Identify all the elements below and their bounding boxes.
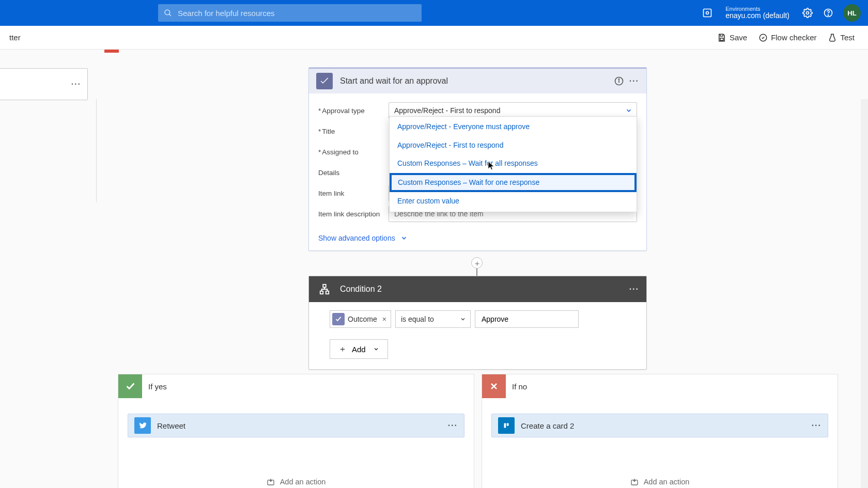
more-icon[interactable]: ···	[448, 421, 458, 430]
add-step-icon	[267, 478, 275, 486]
approval-type-label: *Approval type	[318, 107, 389, 115]
search-icon	[163, 8, 173, 18]
svg-point-0	[165, 10, 170, 15]
details-label: Details	[318, 169, 389, 177]
flow-canvas[interactable]: ··· Start and wait for an approval ··· *…	[0, 50, 868, 488]
condition-operator-value: is equal to	[401, 315, 434, 323]
retweet-action-card[interactable]: Retweet ···	[128, 414, 464, 437]
condition-value-input[interactable]	[475, 310, 579, 328]
item-link-desc-label: Item link description	[318, 210, 389, 218]
add-action-yes[interactable]: Add an action	[118, 478, 474, 486]
chevron-down-icon	[460, 316, 466, 322]
add-step-icon	[630, 478, 639, 486]
approval-action-card[interactable]: Start and wait for an approval ··· *Appr…	[308, 67, 647, 251]
condition-add-label: Add	[352, 345, 366, 354]
if-no-label: If no	[512, 382, 527, 391]
if-no-header: If no	[482, 374, 838, 398]
condition-header[interactable]: Condition 2 ···	[309, 276, 646, 302]
show-advanced-label: Show advanced options	[318, 234, 395, 242]
approval-form: *Approval type Approve/Reject - First to…	[309, 93, 646, 229]
approval-type-dropdown[interactable]: Approve/Reject - Everyone must approve A…	[389, 116, 637, 212]
environment-name: enayu.com (default)	[725, 11, 789, 20]
add-action-no[interactable]: Add an action	[482, 478, 838, 486]
svg-rect-2	[704, 9, 711, 17]
add-action-label: Add an action	[644, 478, 690, 486]
command-bar-actions: Save Flow checker Test	[717, 33, 855, 42]
trello-icon	[498, 417, 515, 434]
approval-icon	[316, 73, 333, 89]
dropdown-option-first[interactable]: Approve/Reject - First to respond	[390, 136, 637, 155]
save-button[interactable]: Save	[717, 33, 747, 42]
condition-operator-select[interactable]: is equal to	[395, 310, 471, 328]
search-input[interactable]	[177, 8, 416, 18]
add-action-label: Add an action	[280, 478, 326, 486]
check-icon	[118, 374, 142, 398]
test-label: Test	[840, 33, 855, 42]
remove-token-icon[interactable]: ×	[380, 315, 389, 323]
chevron-down-icon	[373, 346, 379, 352]
condition-card[interactable]: Condition 2 ··· Outcome × is equal to	[308, 276, 647, 370]
svg-rect-21	[507, 423, 509, 426]
more-icon[interactable]: ···	[629, 285, 639, 294]
dropdown-option-custom-all[interactable]: Custom Responses – Wait for all response…	[390, 154, 637, 173]
svg-point-3	[706, 12, 709, 14]
more-icon[interactable]: ···	[629, 76, 639, 86]
help-icon[interactable]	[823, 7, 834, 19]
global-search[interactable]	[158, 4, 422, 22]
more-icon[interactable]: ···	[812, 421, 822, 430]
environment-icon[interactable]	[702, 7, 713, 19]
dropdown-option-custom-one[interactable]: Custom Responses – Wait for one response	[390, 173, 637, 193]
title-label: *Title	[318, 128, 389, 135]
flow-checker-button[interactable]: Flow checker	[758, 33, 816, 42]
breadcrumb-trail: tter	[9, 33, 21, 42]
assigned-label: *Assigned to	[318, 148, 389, 156]
create-card-action-card[interactable]: Create a card 2 ···	[491, 414, 828, 437]
dropdown-option-everyone[interactable]: Approve/Reject - Everyone must approve	[390, 118, 637, 136]
svg-rect-14	[326, 291, 329, 294]
svg-point-11	[618, 79, 619, 80]
chevron-down-icon	[400, 234, 408, 242]
approval-type-value: Approve/Reject - First to respond	[394, 106, 500, 115]
svg-rect-20	[504, 423, 506, 428]
save-label: Save	[730, 33, 747, 42]
trigger-indicator	[104, 50, 119, 53]
svg-rect-13	[320, 291, 323, 294]
command-bar: tter Save Flow checker Test	[0, 26, 868, 50]
retweet-action-title: Retweet	[157, 421, 448, 430]
canvas-guide	[96, 99, 97, 202]
if-yes-branch[interactable]: If yes Retweet ··· Add an action	[118, 374, 474, 488]
info-icon[interactable]	[614, 76, 624, 86]
svg-rect-7	[720, 38, 723, 40]
flow-checker-label: Flow checker	[771, 33, 816, 42]
svg-point-6	[828, 15, 828, 15]
insert-step-button[interactable]: ＋	[471, 257, 483, 269]
approval-icon	[332, 313, 345, 325]
item-link-label: Item link	[318, 190, 389, 197]
more-icon[interactable]: ···	[71, 80, 81, 89]
avatar[interactable]: HL	[843, 4, 861, 22]
twitter-icon	[134, 417, 151, 434]
condition-title: Condition 2	[340, 285, 629, 294]
if-yes-label: If yes	[148, 382, 167, 391]
vertical-scrollbar[interactable]	[861, 99, 868, 488]
dropdown-option-custom-value[interactable]: Enter custom value	[390, 192, 637, 211]
show-advanced-link[interactable]: Show advanced options	[309, 229, 646, 250]
if-yes-header: If yes	[118, 374, 474, 398]
if-no-branch[interactable]: If no Create a card 2 ··· Add an action	[482, 374, 838, 488]
condition-token-outcome[interactable]: Outcome ×	[330, 310, 391, 328]
test-button[interactable]: Test	[828, 33, 855, 42]
settings-icon[interactable]	[802, 7, 813, 19]
approval-card-title: Start and wait for an approval	[340, 76, 609, 86]
svg-point-4	[807, 12, 809, 14]
approval-card-header[interactable]: Start and wait for an approval ···	[309, 68, 646, 93]
condition-body: Outcome × is equal to ＋ Add	[309, 302, 646, 369]
top-header: Environments enayu.com (default) HL	[0, 0, 868, 26]
partial-step-card[interactable]: ···	[0, 68, 88, 100]
environment-picker[interactable]: Environments enayu.com (default)	[725, 6, 789, 20]
create-card-action-title: Create a card 2	[521, 421, 812, 430]
condition-add-button[interactable]: ＋ Add	[330, 339, 388, 359]
condition-icon	[316, 281, 333, 297]
svg-rect-19	[503, 422, 510, 429]
topbar-right: Environments enayu.com (default) HL	[702, 0, 861, 26]
svg-rect-12	[323, 285, 326, 288]
